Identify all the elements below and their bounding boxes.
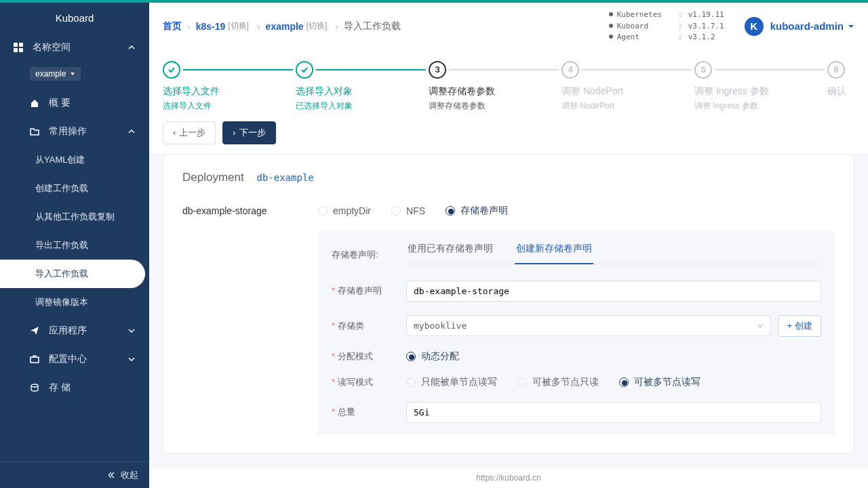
input-total[interactable] — [406, 402, 821, 423]
menu-storage[interactable]: 存 储 — [0, 373, 149, 402]
step-5: 5 调整 Ingress 参数调整 Ingress 参数 — [694, 61, 827, 112]
menu-namespace[interactable]: 名称空间 — [0, 33, 149, 62]
folder-icon — [30, 127, 42, 136]
svg-rect-4 — [31, 357, 39, 363]
caret-down-icon — [848, 23, 854, 30]
chevron-down-icon — [127, 355, 136, 363]
tab-existing-pvc[interactable]: 使用已有存储卷声明 — [406, 243, 494, 264]
check-icon — [163, 61, 180, 79]
version-info: Kubernetes:v1.19.11 Kuboard:v3.1.7.1 Age… — [609, 9, 724, 43]
sidebar: Kuboard 名称空间 example 概 要 常用操作 — [0, 3, 149, 488]
breadcrumb: 首页 › k8s-19 [切换] › example [切换] › 导入工作负载 — [163, 20, 401, 33]
chevron-up-icon — [127, 127, 136, 136]
svg-rect-0 — [14, 43, 18, 47]
switch-cluster[interactable]: [切换] — [228, 20, 249, 32]
tab-create-pvc[interactable]: 创建新存储卷声明 — [515, 243, 593, 264]
submenu-adjust-image[interactable]: 调整镜像版本 — [0, 288, 149, 317]
grid-icon — [14, 43, 26, 52]
volume-name: db-example-storage — [182, 205, 318, 216]
deployment-panel: Deployment db-example db-example-storage… — [163, 154, 854, 455]
breadcrumb-namespace[interactable]: example — [266, 21, 304, 32]
caret-down-icon — [70, 71, 75, 77]
page-header: 首页 › k8s-19 [切换] › example [切换] › 导入工作负载… — [149, 3, 868, 54]
step-3: 3 调整存储卷参数调整存储卷参数 — [429, 61, 561, 112]
submenu-yaml-create[interactable]: 从YAML创建 — [0, 146, 149, 174]
briefcase-icon — [30, 354, 42, 364]
radio-dynamic-alloc[interactable]: 动态分配 — [406, 350, 459, 363]
radio-rwx[interactable]: 可被多节点读写 — [619, 376, 701, 388]
avatar: K — [745, 17, 764, 36]
chevron-down-icon — [127, 327, 136, 335]
chevron-right-icon: › — [233, 127, 235, 138]
menu-common-ops[interactable]: 常用操作 — [0, 117, 149, 146]
submenu-export-workload[interactable]: 导出工作负载 — [0, 231, 149, 260]
step-6: 6 确认 — [827, 61, 854, 112]
svg-point-5 — [31, 384, 38, 387]
namespace-selector[interactable]: example — [30, 67, 81, 81]
prev-button[interactable]: ‹上一步 — [163, 121, 216, 144]
database-icon — [30, 383, 42, 392]
page-footer: https://kuboard.cn — [149, 468, 868, 488]
label-total: 总量 — [332, 406, 406, 418]
wizard-nav: ‹上一步 ›下一步 — [149, 112, 868, 154]
check-icon — [296, 61, 313, 79]
send-icon — [30, 326, 42, 336]
label-access-mode: 读写模式 — [332, 376, 406, 388]
svg-rect-2 — [14, 48, 18, 52]
switch-namespace[interactable]: [切换] — [307, 20, 328, 32]
wizard-steps: 选择导入文件选择导入文件 选择导入对象已选择导入对象 3 调整存储卷参数调整存储… — [149, 54, 868, 112]
radio-rwo[interactable]: 只能被单节点读写 — [406, 376, 497, 388]
select-storage-class[interactable]: mybooklive — [406, 315, 771, 336]
breadcrumb-cluster[interactable]: k8s-19 — [196, 21, 226, 32]
next-button[interactable]: ›下一步 — [222, 121, 275, 144]
home-icon — [30, 98, 42, 108]
step-4: 4 调整 NodePort调整 NodePort — [561, 61, 694, 112]
input-pvc-name[interactable] — [406, 281, 821, 302]
svg-rect-1 — [19, 43, 23, 47]
pvc-tabs: 使用已有存储卷声明 创建新存储卷声明 — [406, 243, 821, 264]
chevron-up-icon — [127, 43, 136, 52]
step-2: 选择导入对象已选择导入对象 — [296, 61, 429, 112]
menu-overview[interactable]: 概 要 — [0, 89, 149, 117]
radio-nfs[interactable]: NFS — [391, 205, 425, 217]
panel-title: Deployment db-example — [182, 171, 835, 184]
profile-dropdown[interactable]: K kuboard-admin — [745, 17, 854, 36]
label-pvc-name: 存储卷声明 — [332, 285, 406, 297]
collapse-icon — [108, 471, 117, 479]
submenu-create-workload[interactable]: 创建工作负载 — [0, 174, 149, 203]
submenu-copy-workload[interactable]: 从其他工作负载复制 — [0, 203, 149, 231]
submenu-import-workload[interactable]: 导入工作负载 — [0, 260, 145, 288]
label-alloc-mode: 分配模式 — [332, 350, 406, 363]
create-storage-class-button[interactable]: +创建 — [778, 315, 821, 337]
pvc-section-label: 存储卷声明: — [332, 249, 406, 261]
menu-config-center[interactable]: 配置中心 — [0, 345, 149, 373]
chevron-down-icon — [757, 323, 764, 329]
plus-icon: + — [787, 321, 792, 331]
breadcrumb-home[interactable]: 首页 — [163, 20, 182, 33]
sidebar-collapse[interactable]: 收起 — [0, 462, 149, 488]
radio-emptydir[interactable]: emptyDir — [318, 205, 371, 217]
volume-type-group: emptyDir NFS 存储卷声明 — [318, 205, 508, 217]
svg-rect-3 — [19, 48, 23, 52]
step-1: 选择导入文件选择导入文件 — [163, 61, 296, 112]
radio-pvc[interactable]: 存储卷声明 — [446, 205, 508, 217]
breadcrumb-current: 导入工作负载 — [344, 20, 401, 33]
app-logo: Kuboard — [0, 3, 149, 33]
pvc-subform: 存储卷声明: 使用已有存储卷声明 创建新存储卷声明 存储卷声明 存储类 mybo… — [318, 230, 835, 435]
menu-applications[interactable]: 应用程序 — [0, 317, 149, 345]
chevron-left-icon: ‹ — [173, 127, 176, 138]
radio-rox[interactable]: 可被多节点只读 — [517, 376, 599, 388]
label-storage-class: 存储类 — [332, 320, 406, 332]
